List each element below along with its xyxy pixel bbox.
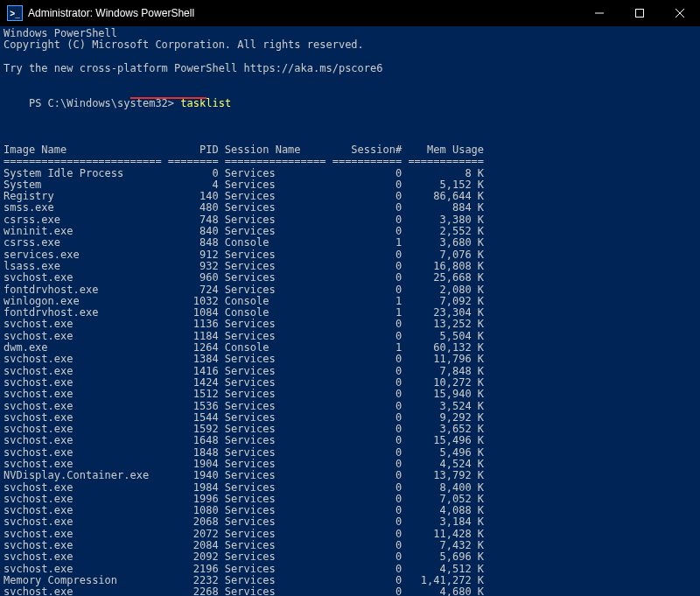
- close-button[interactable]: [660, 0, 700, 26]
- intro-line: Copyright (C) Microsoft Corporation. All…: [4, 39, 700, 51]
- svg-rect-1: [636, 10, 644, 18]
- blank-line: [4, 52, 700, 63]
- blank-line: [4, 74, 700, 86]
- command-text: tasklist: [180, 97, 231, 109]
- window-title: Administrator: Windows PowerShell: [28, 7, 194, 19]
- prompt-line: PS C:\Windows\system32> tasklist: [4, 86, 700, 132]
- terminal-area[interactable]: Windows PowerShell Copyright (C) Microso…: [0, 26, 700, 596]
- window-titlebar: >_ Administrator: Windows PowerShell: [0, 0, 700, 26]
- blank-line: [4, 133, 700, 144]
- try-line: Try the new cross-platform PowerShell ht…: [4, 63, 700, 74]
- process-table: System Idle Process 0 Services 0 8 K Sys…: [4, 168, 700, 596]
- powershell-icon: >_: [7, 5, 23, 21]
- maximize-button[interactable]: [620, 0, 660, 26]
- prompt-text: PS C:\Windows\system32>: [29, 97, 174, 109]
- table-separator: ========================= ======== =====…: [4, 156, 700, 167]
- intro-line: Windows PowerShell: [4, 28, 700, 39]
- minimize-button[interactable]: [579, 0, 620, 26]
- table-header: Image Name PID Session Name Session# Mem…: [4, 144, 700, 156]
- command-underline-annotation: [130, 97, 206, 99]
